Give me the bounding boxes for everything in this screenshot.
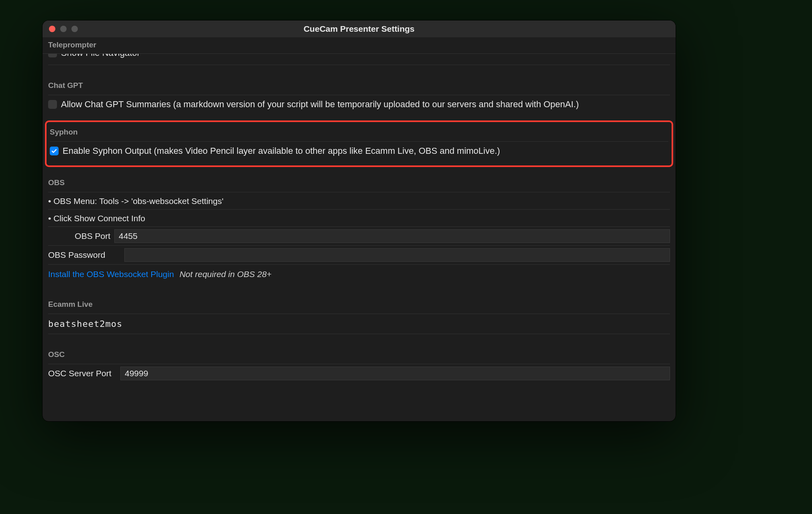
ecamm-value: beatsheet2mos (48, 314, 670, 334)
section-header-osc: OSC (48, 334, 670, 364)
obs-plugin-note: Not required in OBS 28+ (179, 269, 271, 279)
settings-window: CueCam Presenter Settings Teleprompter S… (42, 20, 676, 422)
syphon-enable-label: Enable Syphon Output (makes Video Pencil… (63, 146, 500, 156)
obs-info-line-2: • Click Show Connect Info (48, 209, 670, 226)
window-title: CueCam Presenter Settings (43, 24, 676, 34)
show-file-navigator-label: Show File Navigator (61, 54, 140, 58)
syphon-enable-checkbox[interactable] (50, 147, 59, 155)
chatgpt-summaries-row: Allow Chat GPT Summaries (a markdown ver… (48, 95, 670, 113)
syphon-highlight-box: Syphon Enable Syphon Output (makes Video… (45, 120, 673, 167)
settings-scroll-area[interactable]: Show File Navigator Chat GPT Allow Chat … (43, 54, 676, 421)
osc-port-label: OSC Server Port (48, 369, 116, 378)
obs-port-label: OBS Port (48, 231, 110, 241)
chatgpt-summaries-label: Allow Chat GPT Summaries (a markdown ver… (61, 99, 579, 110)
syphon-enable-row: Enable Syphon Output (makes Video Pencil… (50, 141, 668, 160)
section-header-syphon: Syphon (50, 124, 668, 141)
obs-info-line-1: • OBS Menu: Tools -> 'obs-websocket Sett… (48, 192, 670, 209)
section-header-ecamm: Ecamm Live (48, 284, 670, 314)
obs-plugin-row: Install the OBS Websocket Plugin Not req… (48, 264, 670, 284)
obs-password-row: OBS Password (48, 245, 670, 264)
obs-port-input[interactable] (114, 229, 670, 243)
obs-port-row: OBS Port (48, 226, 670, 245)
show-file-navigator-checkbox[interactable] (48, 54, 57, 57)
checkmark-icon (51, 148, 57, 154)
osc-port-row: OSC Server Port (48, 364, 670, 383)
obs-websocket-plugin-link[interactable]: Install the OBS Websocket Plugin (48, 269, 174, 279)
section-header-obs: OBS (48, 167, 670, 192)
obs-password-input[interactable] (124, 248, 670, 262)
chatgpt-summaries-checkbox[interactable] (48, 100, 57, 109)
teleprompter-show-file-navigator-row: Show File Navigator (48, 54, 670, 65)
obs-password-label: OBS Password (48, 250, 120, 260)
section-header-chatgpt: Chat GPT (48, 65, 670, 95)
titlebar: CueCam Presenter Settings (43, 20, 676, 37)
osc-port-input[interactable] (120, 367, 670, 380)
